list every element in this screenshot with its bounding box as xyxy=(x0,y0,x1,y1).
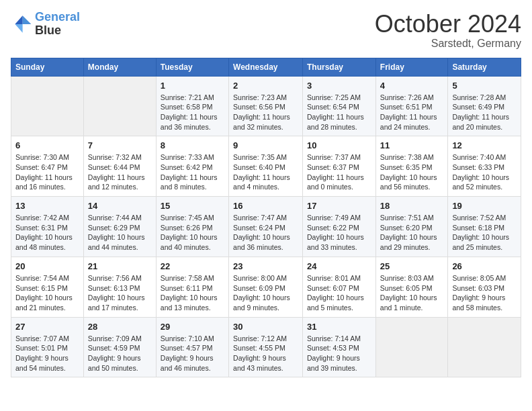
day-number: 3 xyxy=(307,81,371,91)
calendar-cell xyxy=(375,317,448,377)
day-number: 29 xyxy=(161,322,224,332)
day-number: 12 xyxy=(452,140,517,150)
day-number: 23 xyxy=(233,261,298,271)
weekday-header: Friday xyxy=(375,58,448,76)
day-number: 9 xyxy=(233,140,298,150)
day-info: Sunrise: 7:44 AM Sunset: 6:29 PM Dayligh… xyxy=(88,213,152,253)
calendar-cell: 1Sunrise: 7:21 AM Sunset: 6:58 PM Daylig… xyxy=(156,76,228,136)
calendar-cell: 27Sunrise: 7:07 AM Sunset: 5:01 PM Dayli… xyxy=(11,317,84,377)
calendar-cell: 2Sunrise: 7:23 AM Sunset: 6:56 PM Daylig… xyxy=(229,76,303,136)
day-number: 11 xyxy=(380,140,444,150)
day-info: Sunrise: 7:26 AM Sunset: 6:51 PM Dayligh… xyxy=(380,93,444,132)
day-info: Sunrise: 7:25 AM Sunset: 6:54 PM Dayligh… xyxy=(307,93,371,132)
day-number: 5 xyxy=(452,81,517,91)
calendar-cell: 29Sunrise: 7:10 AM Sunset: 4:57 PM Dayli… xyxy=(156,317,228,377)
svg-marker-2 xyxy=(15,24,22,33)
day-number: 2 xyxy=(233,81,298,91)
calendar-cell: 31Sunrise: 7:14 AM Sunset: 4:53 PM Dayli… xyxy=(303,317,376,377)
day-info: Sunrise: 7:40 AM Sunset: 6:33 PM Dayligh… xyxy=(452,152,517,192)
calendar-cell xyxy=(11,76,84,136)
weekday-header: Sunday xyxy=(11,58,84,76)
day-number: 1 xyxy=(161,81,224,91)
calendar-cell: 6Sunrise: 7:30 AM Sunset: 6:47 PM Daylig… xyxy=(11,136,84,197)
calendar-cell: 18Sunrise: 7:51 AM Sunset: 6:20 PM Dayli… xyxy=(375,197,448,257)
calendar-cell: 28Sunrise: 7:09 AM Sunset: 4:59 PM Dayli… xyxy=(83,317,156,377)
day-info: Sunrise: 7:52 AM Sunset: 6:18 PM Dayligh… xyxy=(452,213,517,253)
day-info: Sunrise: 7:56 AM Sunset: 6:13 PM Dayligh… xyxy=(88,273,152,313)
weekday-header-row: SundayMondayTuesdayWednesdayThursdayFrid… xyxy=(11,58,521,76)
day-number: 26 xyxy=(452,261,517,271)
calendar-cell: 5Sunrise: 7:28 AM Sunset: 6:49 PM Daylig… xyxy=(448,76,521,136)
day-number: 15 xyxy=(161,201,224,211)
calendar-cell: 11Sunrise: 7:38 AM Sunset: 6:35 PM Dayli… xyxy=(375,136,448,197)
day-info: Sunrise: 8:03 AM Sunset: 6:05 PM Dayligh… xyxy=(380,273,444,313)
day-number: 27 xyxy=(15,322,79,332)
day-number: 20 xyxy=(15,261,79,271)
day-info: Sunrise: 7:58 AM Sunset: 6:11 PM Dayligh… xyxy=(161,273,224,313)
calendar-cell: 15Sunrise: 7:45 AM Sunset: 6:26 PM Dayli… xyxy=(156,197,228,257)
day-number: 25 xyxy=(380,261,444,271)
day-number: 8 xyxy=(161,140,224,150)
day-info: Sunrise: 8:01 AM Sunset: 6:07 PM Dayligh… xyxy=(307,273,371,313)
calendar-cell xyxy=(83,76,156,136)
weekday-header: Thursday xyxy=(303,58,376,76)
day-number: 30 xyxy=(233,322,298,332)
day-number: 13 xyxy=(15,201,79,211)
day-number: 24 xyxy=(307,261,371,271)
day-info: Sunrise: 7:33 AM Sunset: 6:42 PM Dayligh… xyxy=(161,152,224,192)
day-info: Sunrise: 7:49 AM Sunset: 6:22 PM Dayligh… xyxy=(307,213,371,253)
day-info: Sunrise: 7:07 AM Sunset: 5:01 PM Dayligh… xyxy=(15,334,79,373)
calendar-week-row: 27Sunrise: 7:07 AM Sunset: 5:01 PM Dayli… xyxy=(11,317,521,377)
calendar-cell: 13Sunrise: 7:42 AM Sunset: 6:31 PM Dayli… xyxy=(11,197,84,257)
day-info: Sunrise: 7:45 AM Sunset: 6:26 PM Dayligh… xyxy=(161,213,224,253)
location-subtitle: Sarstedt, Germany xyxy=(375,38,521,50)
calendar-cell: 16Sunrise: 7:47 AM Sunset: 6:24 PM Dayli… xyxy=(229,197,303,257)
day-number: 18 xyxy=(380,201,444,211)
day-number: 10 xyxy=(307,140,371,150)
calendar-cell: 17Sunrise: 7:49 AM Sunset: 6:22 PM Dayli… xyxy=(303,197,376,257)
logo-text: General Blue xyxy=(35,11,80,38)
day-number: 19 xyxy=(452,201,517,211)
calendar-cell: 20Sunrise: 7:54 AM Sunset: 6:15 PM Dayli… xyxy=(11,257,84,317)
day-number: 4 xyxy=(380,81,444,91)
day-number: 21 xyxy=(88,261,152,271)
day-info: Sunrise: 7:54 AM Sunset: 6:15 PM Dayligh… xyxy=(15,273,79,313)
calendar-week-row: 20Sunrise: 7:54 AM Sunset: 6:15 PM Dayli… xyxy=(11,257,521,317)
calendar-week-row: 6Sunrise: 7:30 AM Sunset: 6:47 PM Daylig… xyxy=(11,136,521,197)
day-number: 28 xyxy=(88,322,152,332)
day-info: Sunrise: 7:23 AM Sunset: 6:56 PM Dayligh… xyxy=(233,93,298,132)
svg-marker-0 xyxy=(23,15,32,24)
day-info: Sunrise: 8:00 AM Sunset: 6:09 PM Dayligh… xyxy=(233,273,298,313)
day-number: 6 xyxy=(15,140,79,150)
day-info: Sunrise: 7:47 AM Sunset: 6:24 PM Dayligh… xyxy=(233,213,298,253)
page-header: General Blue October 2024 Sarstedt, Germ… xyxy=(11,11,521,50)
day-info: Sunrise: 7:21 AM Sunset: 6:58 PM Dayligh… xyxy=(161,93,224,132)
calendar-cell: 8Sunrise: 7:33 AM Sunset: 6:42 PM Daylig… xyxy=(156,136,228,197)
day-number: 22 xyxy=(161,261,224,271)
calendar-week-row: 13Sunrise: 7:42 AM Sunset: 6:31 PM Dayli… xyxy=(11,197,521,257)
calendar-cell: 12Sunrise: 7:40 AM Sunset: 6:33 PM Dayli… xyxy=(448,136,521,197)
day-number: 7 xyxy=(88,140,152,150)
day-info: Sunrise: 7:28 AM Sunset: 6:49 PM Dayligh… xyxy=(452,93,517,132)
calendar-week-row: 1Sunrise: 7:21 AM Sunset: 6:58 PM Daylig… xyxy=(11,76,521,136)
title-block: October 2024 Sarstedt, Germany xyxy=(375,11,521,50)
day-info: Sunrise: 7:32 AM Sunset: 6:44 PM Dayligh… xyxy=(88,152,152,192)
weekday-header: Wednesday xyxy=(229,58,303,76)
calendar-cell: 25Sunrise: 8:03 AM Sunset: 6:05 PM Dayli… xyxy=(375,257,448,317)
calendar-cell: 21Sunrise: 7:56 AM Sunset: 6:13 PM Dayli… xyxy=(83,257,156,317)
day-number: 17 xyxy=(307,201,371,211)
day-info: Sunrise: 7:30 AM Sunset: 6:47 PM Dayligh… xyxy=(15,152,79,192)
calendar-table: SundayMondayTuesdayWednesdayThursdayFrid… xyxy=(11,58,521,378)
day-info: Sunrise: 7:37 AM Sunset: 6:37 PM Dayligh… xyxy=(307,152,371,192)
day-info: Sunrise: 7:09 AM Sunset: 4:59 PM Dayligh… xyxy=(88,334,152,373)
day-info: Sunrise: 8:05 AM Sunset: 6:03 PM Dayligh… xyxy=(452,273,517,313)
logo: General Blue xyxy=(11,11,80,38)
day-info: Sunrise: 7:38 AM Sunset: 6:35 PM Dayligh… xyxy=(380,152,444,192)
calendar-cell: 22Sunrise: 7:58 AM Sunset: 6:11 PM Dayli… xyxy=(156,257,228,317)
calendar-cell: 3Sunrise: 7:25 AM Sunset: 6:54 PM Daylig… xyxy=(303,76,376,136)
calendar-cell: 14Sunrise: 7:44 AM Sunset: 6:29 PM Dayli… xyxy=(83,197,156,257)
day-info: Sunrise: 7:35 AM Sunset: 6:40 PM Dayligh… xyxy=(233,152,298,192)
calendar-cell: 30Sunrise: 7:12 AM Sunset: 4:55 PM Dayli… xyxy=(229,317,303,377)
calendar-cell: 19Sunrise: 7:52 AM Sunset: 6:18 PM Dayli… xyxy=(448,197,521,257)
calendar-cell: 4Sunrise: 7:26 AM Sunset: 6:51 PM Daylig… xyxy=(375,76,448,136)
